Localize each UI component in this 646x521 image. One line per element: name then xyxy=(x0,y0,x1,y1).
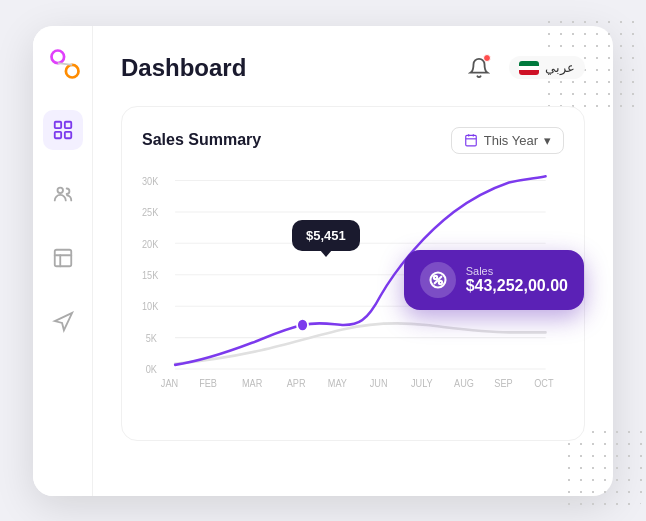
notification-dot xyxy=(483,54,491,62)
svg-text:15K: 15K xyxy=(142,269,159,281)
svg-text:JULY: JULY xyxy=(411,377,433,389)
sales-badge: Sales $43,252,00.00 xyxy=(404,250,584,310)
svg-rect-4 xyxy=(64,121,70,127)
svg-rect-8 xyxy=(54,249,71,266)
svg-point-1 xyxy=(65,64,78,77)
card-header: Sales Summary This Year ▾ xyxy=(142,127,564,154)
svg-text:MAY: MAY xyxy=(328,377,348,389)
svg-text:JAN: JAN xyxy=(161,377,178,389)
header-right: عربي xyxy=(461,50,585,86)
year-selector-label: This Year xyxy=(484,133,538,148)
svg-rect-5 xyxy=(54,131,60,137)
sidebar xyxy=(33,26,93,496)
logo[interactable] xyxy=(47,46,79,78)
svg-text:MAR: MAR xyxy=(242,377,262,389)
header: Dashboard عربي xyxy=(121,50,585,86)
svg-point-16 xyxy=(439,280,442,283)
svg-rect-3 xyxy=(54,121,60,127)
chart-area: $5,451 Sales $43,252,00.00 xyxy=(142,170,564,420)
language-selector[interactable]: عربي xyxy=(509,56,585,79)
svg-point-15 xyxy=(434,275,437,278)
svg-point-7 xyxy=(57,187,63,193)
notification-button[interactable] xyxy=(461,50,497,86)
sidebar-item-users[interactable] xyxy=(43,174,83,214)
chart-tooltip: $5,451 xyxy=(292,220,360,251)
sales-label: Sales xyxy=(466,265,568,277)
sidebar-item-layout[interactable] xyxy=(43,238,83,278)
svg-text:10K: 10K xyxy=(142,300,159,312)
sales-value: $43,252,00.00 xyxy=(466,277,568,295)
svg-text:APR: APR xyxy=(287,377,306,389)
svg-text:0K: 0K xyxy=(146,363,158,375)
svg-text:25K: 25K xyxy=(142,206,159,218)
svg-text:FEB: FEB xyxy=(199,377,217,389)
svg-text:30K: 30K xyxy=(142,175,159,187)
sidebar-item-marketing[interactable] xyxy=(43,302,83,342)
svg-line-2 xyxy=(57,63,71,65)
svg-text:5K: 5K xyxy=(146,332,158,344)
language-label: عربي xyxy=(545,60,575,75)
tooltip-value: $5,451 xyxy=(306,228,346,243)
svg-rect-6 xyxy=(64,131,70,137)
svg-text:SEP: SEP xyxy=(494,377,513,389)
svg-text:OCT: OCT xyxy=(534,377,553,389)
svg-point-0 xyxy=(51,50,64,63)
sales-badge-info: Sales $43,252,00.00 xyxy=(466,265,568,295)
svg-text:JUN: JUN xyxy=(370,377,388,389)
svg-rect-11 xyxy=(466,135,477,146)
sales-card: Sales Summary This Year ▾ $5,451 xyxy=(121,106,585,441)
flag-icon xyxy=(519,61,539,75)
app-container: Dashboard عربي Sales Summary xyxy=(33,26,613,496)
page-title: Dashboard xyxy=(121,54,246,82)
svg-point-32 xyxy=(297,318,308,331)
svg-text:20K: 20K xyxy=(142,237,159,249)
sidebar-item-dashboard[interactable] xyxy=(43,110,83,150)
chevron-down-icon: ▾ xyxy=(544,133,551,148)
card-title: Sales Summary xyxy=(142,131,261,149)
year-selector[interactable]: This Year ▾ xyxy=(451,127,564,154)
svg-text:AUG: AUG xyxy=(454,377,474,389)
main-content: Dashboard عربي Sales Summary xyxy=(93,26,613,496)
percent-icon xyxy=(420,262,456,298)
